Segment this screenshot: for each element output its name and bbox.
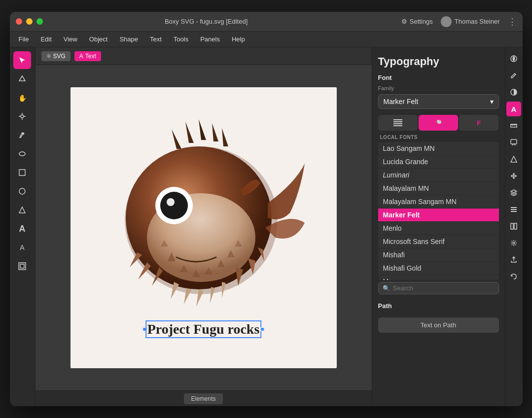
font-item-luminari[interactable]: Luminari [378, 169, 499, 182]
rtool-columns[interactable] [506, 219, 521, 234]
tool-triangle[interactable] [13, 201, 31, 219]
panel-title: Typography [378, 55, 499, 68]
tool-text[interactable]: A [13, 220, 31, 238]
font-item-malayalam-sangam[interactable]: Malayalam Sangam MN [378, 195, 499, 209]
chevron-down-icon: ▾ [490, 98, 494, 105]
canvas-area[interactable]: Project Fugu rocks [35, 65, 372, 390]
font-item-microsoft-sans[interactable]: Microsoft Sans Serif [378, 235, 499, 248]
canvas-toolbar: ❄ SVG A Text [35, 47, 372, 65]
font-item-lao[interactable]: Lao Sangam MN [378, 142, 499, 155]
window-title: Boxy SVG - fugu.svg [Edited] [11, 18, 401, 25]
rtool-undo[interactable] [506, 269, 521, 284]
svg-rect-47 [511, 209, 517, 210]
menu-text[interactable]: Text [145, 34, 167, 44]
tool-frame[interactable] [13, 257, 31, 275]
avatar [441, 16, 452, 27]
search-input[interactable] [393, 284, 495, 292]
list-icon [393, 119, 402, 126]
svg-marker-12 [185, 122, 194, 143]
fugu-illustration: Project Fugu rocks [98, 114, 310, 341]
fonts-section-header: LOCAL FONTS [378, 133, 499, 142]
canvas-text-value: Project Fugu rocks [146, 321, 261, 337]
font-item-malayalam[interactable]: Malayalam MN [378, 182, 499, 195]
svg-marker-11 [172, 129, 181, 149]
snowflake-icon: ❄ [46, 53, 51, 60]
tool-text-small[interactable]: A [13, 239, 31, 256]
svg-rect-46 [511, 207, 517, 208]
filter-all-tab[interactable] [378, 115, 418, 131]
rtool-export[interactable] [506, 252, 521, 267]
tool-node[interactable] [13, 70, 31, 88]
export-icon [510, 256, 517, 263]
rtool-list[interactable] [506, 202, 521, 217]
menu-shape[interactable]: Shape [114, 34, 143, 44]
menu-panels[interactable]: Panels [195, 34, 225, 44]
columns-icon [510, 223, 517, 230]
font-item-lucida[interactable]: Lucida Grande [378, 155, 499, 169]
menu-tools[interactable]: Tools [169, 34, 193, 44]
contrast-icon [510, 89, 517, 96]
titlebar: Boxy SVG - fugu.svg [Edited] ⚙ Settings … [10, 12, 523, 32]
text-on-path-button[interactable]: Text on Path [378, 317, 499, 333]
edit-icon [510, 72, 517, 79]
canvas-bottom-bar: Elements [35, 390, 372, 406]
titlebar-right: ⚙ Settings Thomas Steiner ⋮ [401, 16, 517, 27]
rtool-color[interactable] [506, 51, 521, 66]
menu-view[interactable]: View [59, 34, 82, 44]
menu-help[interactable]: Help [227, 34, 250, 44]
canvas-text[interactable]: Project Fugu rocks [142, 321, 265, 337]
rtool-contrast[interactable] [506, 85, 521, 100]
filter-system-tab[interactable] [419, 115, 458, 131]
rtool-comment[interactable] [506, 135, 521, 150]
svg-point-37 [167, 198, 175, 206]
menu-object[interactable]: Object [84, 34, 113, 44]
user-button[interactable]: Thomas Steiner [441, 16, 500, 27]
font-item-monaco[interactable]: Monaco [378, 275, 499, 280]
rtool-ruler[interactable] [506, 118, 521, 133]
rtool-gear[interactable] [506, 236, 521, 250]
rtool-move[interactable] [506, 169, 521, 183]
font-item-marker-felt[interactable]: Marker Felt [378, 209, 499, 222]
font-family-dropdown[interactable]: Marker Felt ▾ [378, 94, 499, 109]
svg-marker-13 [199, 119, 206, 140]
svg-rect-4 [19, 170, 25, 175]
more-icon[interactable]: ⋮ [508, 16, 517, 27]
menu-file[interactable]: File [14, 34, 34, 44]
svg-marker-14 [212, 123, 218, 141]
settings-button[interactable]: ⚙ Settings [401, 18, 433, 25]
font-item-mishafi[interactable]: Mishafi [378, 248, 499, 262]
tool-circle[interactable] [13, 182, 31, 200]
menubar: File Edit View Object Shape Text Tools P… [10, 32, 523, 47]
tool-hand[interactable]: ✋ [13, 89, 31, 106]
svg-tab-label: SVG [53, 53, 66, 60]
tool-transform[interactable] [13, 107, 31, 125]
font-filter-tabs: F [378, 115, 499, 131]
svg-tab[interactable]: ❄ SVG [41, 51, 71, 61]
rtool-typography[interactable]: A [506, 102, 521, 116]
font-item-mishafi-gold[interactable]: Mishafi Gold [378, 262, 499, 275]
rtool-shape[interactable] [506, 152, 521, 167]
rtool-edit[interactable] [506, 68, 521, 83]
svg-rect-45 [511, 139, 517, 144]
text-tab[interactable]: A Text [74, 51, 101, 61]
menu-edit[interactable]: Edit [35, 34, 56, 44]
panel-content: Typography Font Family Marker Felt ▾ [372, 47, 505, 406]
elements-button[interactable]: Elements [184, 393, 222, 404]
tool-pen[interactable] [13, 126, 31, 144]
svg-point-3 [19, 152, 25, 156]
canvas-content: Project Fugu rocks [71, 87, 337, 368]
svg-rect-41 [393, 125, 402, 126]
fugu-svg [98, 114, 310, 307]
filter-google-tab[interactable]: F [459, 115, 498, 131]
tool-select[interactable] [13, 51, 31, 69]
tool-rect[interactable] [13, 164, 31, 181]
svg-rect-7 [20, 264, 24, 268]
font-item-menlo[interactable]: Menlo [378, 222, 499, 235]
font-list: Lao Sangam MN Lucida Grande Luminari Mal… [378, 142, 499, 280]
svg-rect-6 [19, 263, 26, 270]
tool-ellipse[interactable] [13, 145, 31, 163]
rtool-layers[interactable] [506, 185, 521, 200]
right-panel: Typography Font Family Marker Felt ▾ [372, 47, 505, 406]
gear-icon [510, 240, 517, 246]
content-area: ❄ SVG A Text [35, 47, 372, 406]
